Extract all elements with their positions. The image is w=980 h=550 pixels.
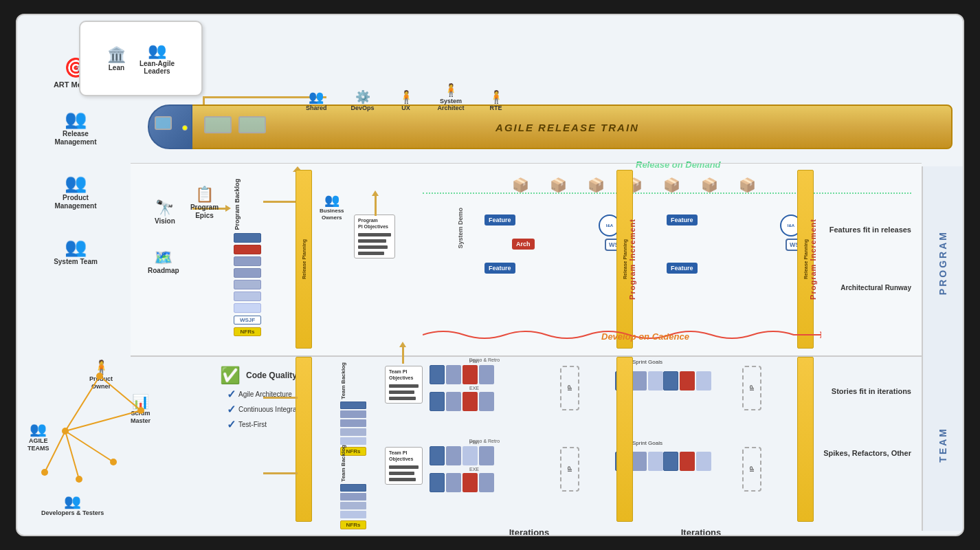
rte-icon: 🧍 [489, 89, 504, 104]
feature-box-4: Feature [667, 263, 698, 274]
devs-icon: 👥 [41, 493, 104, 509]
ip-box-1: IP [560, 366, 579, 410]
prog-pi-objectives: Program PI Objectives [354, 214, 395, 258]
tpi-label-2: Team PI Objectives [389, 450, 419, 462]
svg-point-8 [137, 407, 144, 414]
code-quality-label: Code Quality [246, 371, 297, 380]
svg-point-7 [96, 373, 103, 380]
shared-label: Shared [306, 104, 327, 111]
ip-label-3: IP [566, 466, 573, 472]
team-yellow-h-2 [263, 472, 298, 474]
lean-item: 🏛️ Lean [107, 46, 126, 72]
right-program-label: PROGRAM [922, 166, 963, 359]
iterations-label-2: Iterations [649, 527, 753, 536]
tb1-label: Team Backlog [340, 362, 346, 399]
sprint-goals-2: Sprint Goals [632, 440, 662, 446]
system-team-item: 👥 System Team [23, 236, 129, 266]
ip-box-3: IP [560, 447, 579, 492]
team-rp-bar-2 [616, 357, 633, 522]
system-team-label: System Team [54, 258, 98, 266]
devs-testers: 👥 Developers & Testers [41, 493, 104, 516]
role-rte: 🧍 RTE [489, 89, 504, 111]
stories-fit-label: Stories fit in iterations [832, 386, 911, 397]
ia-text-1: I&A [606, 223, 613, 228]
vision-box: 🔭 Vision [155, 199, 175, 225]
iter-group-3: Plan EXE [430, 440, 519, 492]
program-epics: 📋 Program Epics [175, 186, 234, 220]
svg-point-12 [110, 459, 117, 465]
yellow-connector-h [263, 201, 298, 203]
system-team-icon: 👥 [65, 236, 87, 258]
develop-on-cadence: Develop on Cadence [601, 331, 689, 342]
ip-label-2: IP [748, 385, 755, 391]
business-owners: 👥 Business Owners [320, 192, 344, 221]
roadmap-icon: 🗺️ [154, 249, 172, 267]
pi-vertical-1: Program Increment [625, 173, 639, 345]
product-mgmt-item: 👥 Product Management [23, 173, 129, 210]
arch-box: Arch [512, 239, 535, 250]
ip-box-4: IP [742, 447, 761, 492]
vision-icon: 🔭 [155, 199, 174, 217]
train-window-1 [204, 116, 232, 133]
train-title: AGILE RELEASE TRAIN [495, 121, 639, 133]
iter-group-1: Plan EXE [430, 359, 519, 411]
team-pi-obj-2: Team PI Objectives [385, 447, 423, 485]
svg-point-11 [76, 476, 82, 483]
leaders-icon: 👥 [148, 42, 166, 60]
pi-vertical-2: Program Increment [806, 173, 820, 345]
svg-point-9 [62, 428, 69, 434]
product-mgmt-label: Product Management [54, 194, 96, 210]
pi-obj-arrow [375, 195, 377, 216]
release-mgmt-item: 👥 Release Management [23, 109, 129, 146]
svg-point-10 [41, 469, 48, 476]
program-text: PROGRAM [937, 230, 948, 295]
train-roles-area: 👥 Shared ⚙️ DevOps 🧍 UX 🧍 System Archite… [306, 82, 504, 111]
ia-text-2: I&A [788, 223, 794, 228]
demo-retro-label-1: Demo & Retro [464, 358, 505, 362]
train-container: AGILE RELEASE TRAIN [148, 104, 953, 149]
program-epics-label: Program Epics [175, 204, 234, 220]
vision-label: Vision [155, 217, 175, 225]
iter-group-2b [663, 371, 711, 390]
svg-line-4 [45, 431, 65, 472]
team-text: TEAM [937, 427, 948, 463]
arch-runway-label: Architectural Runway [840, 283, 911, 293]
rte-label: RTE [490, 104, 502, 111]
team-obj-arrow-1 [402, 346, 404, 364]
train-nose-window [155, 116, 172, 130]
code-quality-icon: ✅ [220, 366, 241, 385]
ip-box-2: IP [742, 366, 761, 410]
tpi-label-1: Team PI Objectives [389, 368, 419, 381]
release-planning-label-1: Release Planning [302, 239, 307, 279]
devs-label: Developers & Testers [41, 509, 104, 516]
system-demo: System Demo [457, 208, 464, 249]
prog-nfrs: NFRs [234, 327, 261, 336]
leaders-item: 👥 Lean-Agile Leaders [140, 42, 175, 75]
features-fit-label: Features fit in releases [829, 225, 911, 235]
spikes-label: Spikes, Refactors, Other [823, 448, 911, 459]
demo-retro-label-2: Demo & Retro [464, 439, 505, 443]
leaders-label: Lean-Agile Leaders [140, 60, 175, 75]
team-rp-bar-3 [797, 357, 814, 522]
pi-text-2: Program Increment [809, 219, 817, 300]
test-first-label: Test-First [238, 421, 267, 428]
exe-label-2: EXE [430, 467, 519, 472]
team-backlog-1: Team Backlog NFRs [340, 362, 378, 456]
tb2-label: Team Backlog [340, 445, 346, 482]
lean-icon: 🏛️ [107, 46, 126, 64]
feature-box-3: Feature [667, 214, 698, 226]
agile-teams-network: 🧍 Product Owner 📊 Scrum Master 👥 AGILE T… [24, 352, 216, 531]
iterations-label-1: Iterations [478, 527, 581, 536]
team-rp-bar-1 [296, 357, 312, 522]
sprint-goals-1: Sprint Goals [632, 359, 662, 365]
exe-label-1: EXE [430, 386, 519, 390]
devops-label: DevOps [351, 104, 375, 111]
lean-agile-box: 🏛️ Lean 👥 Lean-Agile Leaders [79, 21, 203, 96]
ux-icon: 🧍 [399, 89, 414, 104]
ux-label: UX [401, 104, 410, 111]
program-epics-icon: 📋 [175, 186, 234, 204]
svg-line-1 [100, 376, 141, 410]
wsjf-label: WSJF [234, 316, 261, 324]
role-devops: ⚙️ DevOps [351, 89, 375, 111]
train-window-2 [238, 116, 266, 133]
